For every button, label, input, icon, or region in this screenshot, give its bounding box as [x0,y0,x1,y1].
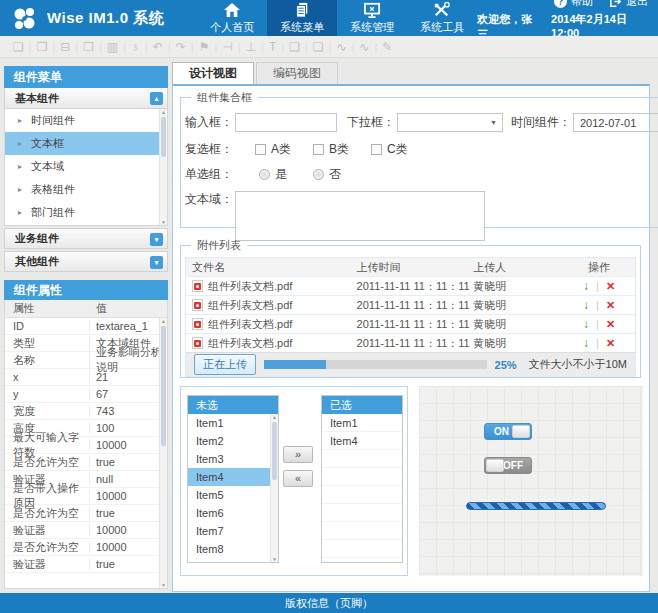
radio-option-no[interactable]: 否 [313,166,341,183]
expand-icon[interactable]: ▾ [150,233,163,246]
scroll-up-icon[interactable]: ▲ [160,318,167,324]
menu-item-time-component[interactable]: ▸ 时间组件 [5,109,167,132]
toolbar-text-icon[interactable]: T [264,37,281,57]
menu-item-department-component[interactable]: ▸ 部门组件 [5,201,167,224]
scroll-up-icon[interactable]: ▲ [271,414,278,420]
delete-icon[interactable]: ✕ [606,337,615,350]
property-row[interactable]: 名称业务影响分析说明 [5,352,167,369]
group-basic-components[interactable]: 基本组件 ▴ [4,88,168,109]
list-item[interactable]: Item5 [188,486,278,504]
move-left-button[interactable]: « [283,470,313,487]
text-input[interactable] [235,113,337,132]
delete-icon[interactable]: ✕ [606,318,615,331]
move-right-button[interactable]: » [283,446,313,463]
logout-link[interactable]: 退出 [609,0,648,9]
list-item[interactable]: Item2 [188,432,278,450]
uploading-button[interactable]: 正在上传 [194,354,256,375]
scrollbar-thumb[interactable] [272,422,277,480]
radio-option-yes[interactable]: 是 [259,166,287,183]
list-item[interactable]: Item7 [188,522,278,540]
radio-icon[interactable] [313,169,324,180]
download-icon[interactable]: ↓ [583,298,589,312]
tab-code-view[interactable]: 编码视图 [256,62,338,84]
toolbar-undo-icon[interactable]: ↶ [148,37,168,57]
checkbox-icon[interactable] [255,144,266,155]
nav-item-system-menu[interactable]: 系统菜单 [267,0,337,36]
toolbar-delete-icon[interactable]: ▥ [102,37,123,57]
property-row[interactable]: x21 [5,369,167,386]
property-row[interactable]: 是否带入操作原因10000 [5,488,167,505]
menu-scrollbar[interactable]: ▲ ▼ [159,109,167,225]
toggle-knob[interactable] [486,459,504,472]
help-link[interactable]: ? 帮助 [554,0,593,9]
toolbar-new-document-icon[interactable]: ❏ [8,37,29,57]
menu-item-textarea[interactable]: ▸ 文本域 [5,155,167,178]
delete-icon[interactable]: ✕ [606,299,615,312]
download-icon[interactable]: ↓ [583,317,589,331]
property-row[interactable]: 是否允许为空10000 [5,539,167,556]
list-item[interactable]: Item1 [322,414,402,432]
list-item-selected[interactable]: Item4 [188,468,278,486]
toolbar-curve-alt-icon[interactable]: ∿ [354,37,374,57]
list-item[interactable]: Item8 [188,540,278,558]
properties-scrollbar[interactable]: ▲ ▼ [159,318,167,588]
scrollbar-thumb[interactable] [161,326,166,446]
toolbar-align-left-icon[interactable]: ⊣ [217,37,237,57]
scroll-down-icon[interactable]: ▼ [160,219,167,225]
toolbar-document-info-icon[interactable]: ❏ [308,37,329,57]
toolbar-redo-icon[interactable]: ↷ [171,37,191,57]
toggle-knob[interactable] [512,425,530,438]
toolbar-curve-icon[interactable]: ∿ [331,37,351,57]
list-item[interactable]: Item3 [188,450,278,468]
checkbox-option-a[interactable]: A类 [255,141,291,158]
property-row[interactable]: 验证器true [5,556,167,573]
tab-design-view[interactable]: 设计视图 [172,62,254,84]
property-row[interactable]: 是否允许为空true [5,454,167,471]
toolbar-publish-icon[interactable]: ♁ [126,37,145,57]
toolbar-flag-icon[interactable]: ⚑ [194,37,215,57]
list-item[interactable]: Item4 [322,432,402,450]
property-row[interactable]: 验证器10000 [5,522,167,539]
scroll-down-icon[interactable]: ▼ [271,556,278,562]
scroll-up-icon[interactable]: ▲ [160,109,167,115]
property-key: 是否允许为空 [5,455,89,470]
delete-icon[interactable]: ✕ [606,280,615,293]
property-row[interactable]: IDtextarea_1 [5,318,167,335]
toolbar-align-bottom-icon[interactable]: ⊥ [241,37,261,57]
download-icon[interactable]: ↓ [583,336,589,350]
property-row[interactable]: 宽度743 [5,403,167,420]
property-row[interactable]: y67 [5,386,167,403]
menu-item-table-component[interactable]: ▸ 表格组件 [5,178,167,201]
scrollbar-thumb[interactable] [161,117,166,157]
scroll-down-icon[interactable]: ▼ [160,582,167,588]
toolbar-edit-document-icon[interactable]: ❒ [78,37,99,57]
nav-item-system-admin[interactable]: 系统管理 [337,0,407,36]
toggle-switch-on[interactable]: ON [484,423,532,440]
expand-icon[interactable]: ▾ [150,256,163,269]
source-list-scrollbar[interactable]: ▲ ▼ [270,414,278,562]
checkbox-icon[interactable] [371,144,382,155]
property-row[interactable]: 是否允许为空true [5,505,167,522]
toggle-switch-off[interactable]: OFF [484,457,532,474]
checkbox-option-c[interactable]: C类 [371,141,408,158]
checkbox-option-b[interactable]: B类 [313,141,349,158]
property-row[interactable]: 最大可输入字符数10000 [5,437,167,454]
dropdown-select[interactable]: ▼ [397,113,503,132]
group-business-components[interactable]: 业务组件 ▾ [4,228,168,249]
toolbar-save-icon[interactable]: ⊟ [55,37,75,57]
download-icon[interactable]: ↓ [583,279,589,293]
checkbox-icon[interactable] [313,144,324,155]
textarea-field[interactable] [235,191,485,241]
date-input[interactable]: 2012-07-01 ▦ [573,113,658,132]
group-other-components[interactable]: 其他组件 ▾ [4,251,168,272]
list-item[interactable]: Item6 [188,504,278,522]
nav-item-system-tools[interactable]: 系统工具 [407,0,477,36]
nav-item-home[interactable]: 个人首页 [197,0,267,36]
toolbar-document-add-icon[interactable]: ❏ [284,37,305,57]
collapse-icon[interactable]: ▴ [150,92,163,105]
toolbar-open-folder-icon[interactable]: ❐ [32,37,53,57]
menu-item-textbox[interactable]: ▸ 文本框 [5,132,167,155]
radio-icon[interactable] [259,169,270,180]
toolbar-pencil-icon[interactable]: ✎ [377,37,397,57]
list-item[interactable]: Item1 [188,414,278,432]
